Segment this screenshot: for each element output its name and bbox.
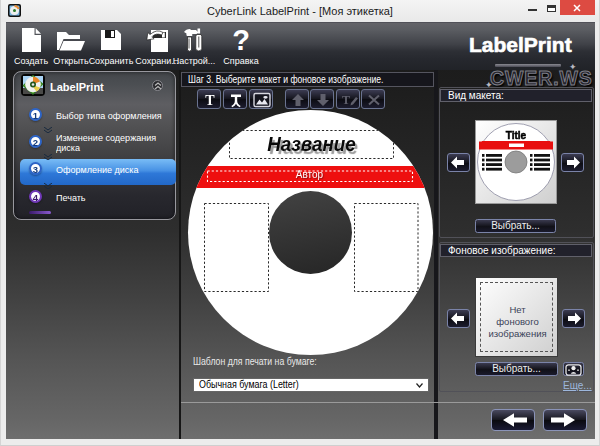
svg-text:T: T (205, 93, 215, 108)
svg-text:Title: Title (506, 130, 527, 141)
svg-text:T: T (342, 93, 350, 107)
